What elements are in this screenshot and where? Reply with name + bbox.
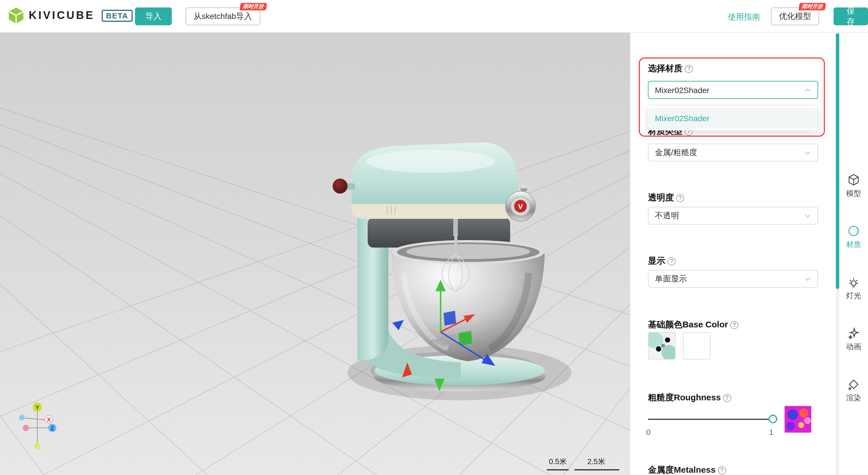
axis-dot-blue[interactable] bbox=[19, 415, 25, 420]
material-properties-panel: 选择材质 ? Mixer02Shader 材质类型 ? Mixer02Shade… bbox=[630, 33, 839, 475]
material-select-label-text: 选择材质 bbox=[648, 63, 682, 74]
toolbar-item-model[interactable]: 模型 bbox=[839, 173, 868, 199]
optimize-model-label: 优化模型 bbox=[779, 11, 811, 22]
scale-bar-small bbox=[547, 469, 569, 470]
base-color-swatch[interactable] bbox=[683, 332, 711, 359]
material-select-dropdown[interactable]: Mixer02Shader bbox=[648, 81, 818, 99]
chevron-down-icon bbox=[804, 212, 811, 219]
roughness-slider-track[interactable] bbox=[648, 419, 773, 420]
toolbar-item-label: 模型 bbox=[846, 188, 861, 199]
roughness-min-label: 0 bbox=[646, 428, 650, 437]
axis-z-label: Z bbox=[51, 425, 54, 431]
axis-x-label: X bbox=[47, 416, 51, 423]
roughness-texture-thumbnail[interactable] bbox=[784, 406, 812, 433]
save-button[interactable]: 保存 bbox=[834, 7, 868, 25]
display-value: 单面显示 bbox=[655, 274, 687, 284]
axis-dot-pink[interactable] bbox=[23, 425, 29, 431]
3d-viewport[interactable]: V bbox=[0, 33, 630, 475]
import-button[interactable]: 导入 bbox=[135, 7, 172, 25]
material-type-dropdown[interactable]: 金属/粗糙度 bbox=[648, 144, 818, 161]
material-select-value: Mixer02Shader bbox=[655, 85, 709, 94]
axis-indicator[interactable]: Y X Z bbox=[10, 394, 73, 464]
header: KIVICUBE BETA 导入 从sketchfab导入 限时开放 使用指南 … bbox=[0, 0, 868, 33]
roughness-slider[interactable] bbox=[648, 415, 773, 424]
scale-bar-large bbox=[575, 469, 619, 470]
limited-time-badge: 限时开放 bbox=[799, 3, 826, 10]
kivicube-logo-icon bbox=[8, 7, 24, 24]
metalness-label-text: 金属度Metalness bbox=[648, 465, 715, 475]
sphere-icon bbox=[847, 224, 861, 238]
axis-y-label: Y bbox=[35, 404, 39, 411]
roughness-label: 粗糙度Roughness ? bbox=[648, 392, 731, 403]
toolbar-item-label: 材质 bbox=[846, 240, 861, 250]
toolbar-item-label: 动画 bbox=[846, 342, 861, 352]
base-color-texture-swatch[interactable] bbox=[648, 332, 676, 359]
material-select-menu: Mixer02Shader bbox=[648, 106, 818, 130]
usage-guide-link[interactable]: 使用指南 bbox=[728, 12, 760, 22]
mixer-brand-badge: V bbox=[518, 203, 523, 211]
sketchfab-import-label: 从sketchfab导入 bbox=[194, 11, 252, 22]
kivicube-3d-editor: KIVICUBE BETA 导入 从sketchfab导入 限时开放 使用指南 … bbox=[0, 0, 868, 475]
scale-label-small: 0.5米 bbox=[545, 456, 571, 467]
roughness-slider-handle[interactable] bbox=[769, 415, 777, 423]
help-icon[interactable]: ? bbox=[676, 194, 684, 202]
toolbar-item-animation[interactable]: 动画 bbox=[839, 326, 868, 352]
metalness-label: 金属度Metalness ? bbox=[648, 465, 726, 475]
right-toolbar: 模型 材质 灯光 动画 渲染 bbox=[839, 33, 868, 475]
toolbar-item-light[interactable]: 灯光 bbox=[839, 275, 868, 301]
help-icon[interactable]: ? bbox=[685, 65, 693, 73]
sketchfab-import-button[interactable]: 从sketchfab导入 限时开放 bbox=[186, 7, 260, 25]
axis-dot-yellow[interactable] bbox=[34, 443, 40, 449]
toolbar-item-render[interactable]: 渲染 bbox=[839, 377, 868, 403]
chevron-up-icon bbox=[804, 87, 811, 93]
light-icon bbox=[847, 275, 861, 289]
opacity-label: 透明度 ? bbox=[648, 192, 684, 203]
chevron-down-icon bbox=[804, 149, 811, 156]
panel-scrollbar[interactable] bbox=[836, 33, 839, 289]
kivicube-logo: KIVICUBE BETA bbox=[8, 7, 133, 24]
material-type-value: 金属/粗糙度 bbox=[655, 147, 698, 158]
toolbar-item-label: 渲染 bbox=[846, 393, 861, 403]
optimize-model-button[interactable]: 优化模型 限时开放 bbox=[771, 7, 819, 25]
logo-text: KIVICUBE bbox=[29, 9, 95, 22]
animation-icon bbox=[847, 326, 861, 340]
display-label: 显示 ? bbox=[648, 256, 676, 266]
opacity-dropdown[interactable]: 不透明 bbox=[648, 207, 818, 225]
material-select-label: 选择材质 ? bbox=[648, 63, 693, 74]
beta-badge: BETA bbox=[102, 9, 133, 22]
opacity-label-text: 透明度 bbox=[648, 192, 674, 203]
render-icon bbox=[847, 377, 861, 391]
display-dropdown[interactable]: 单面显示 bbox=[648, 270, 818, 288]
roughness-label-text: 粗糙度Roughness bbox=[648, 392, 721, 403]
help-icon[interactable]: ? bbox=[718, 466, 726, 474]
help-icon[interactable]: ? bbox=[723, 394, 731, 402]
display-label-text: 显示 bbox=[648, 256, 665, 266]
base-color-label: 基础颜色Base Color ? bbox=[648, 319, 738, 330]
base-color-label-text: 基础颜色Base Color bbox=[648, 319, 728, 330]
cube-icon bbox=[847, 173, 861, 187]
help-icon[interactable]: ? bbox=[668, 257, 676, 265]
material-option-mixer02shader[interactable]: Mixer02Shader bbox=[648, 108, 818, 129]
limited-time-badge: 限时开放 bbox=[240, 3, 267, 10]
help-icon[interactable]: ? bbox=[730, 321, 738, 329]
toolbar-item-material[interactable]: 材质 bbox=[839, 224, 868, 250]
chevron-down-icon bbox=[804, 276, 811, 282]
roughness-max-label: 1 bbox=[769, 428, 773, 437]
scale-label-large: 2.5米 bbox=[576, 456, 617, 467]
toolbar-item-label: 灯光 bbox=[846, 291, 861, 301]
opacity-value: 不透明 bbox=[655, 211, 679, 221]
scene-canvas: V bbox=[0, 33, 630, 475]
